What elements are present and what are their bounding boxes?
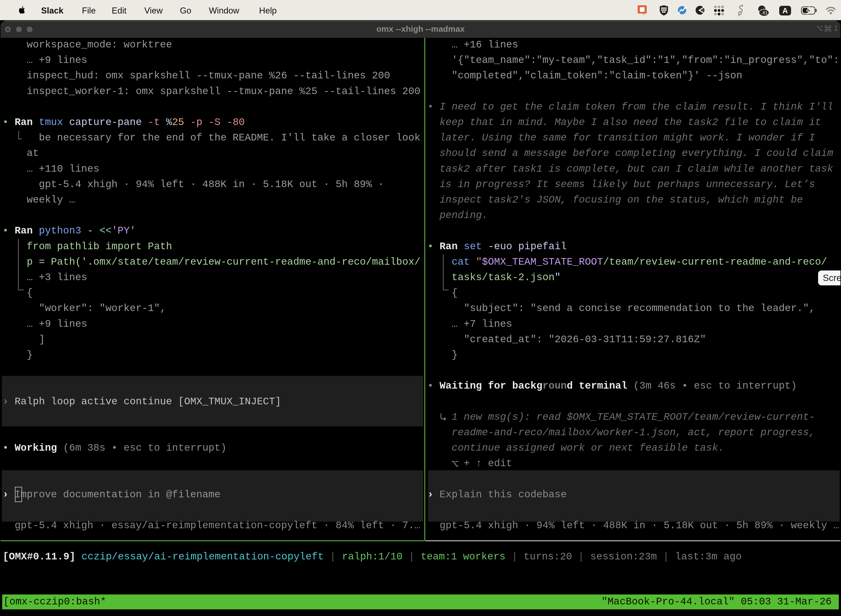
svg-text:..61: ..61 (760, 10, 768, 15)
